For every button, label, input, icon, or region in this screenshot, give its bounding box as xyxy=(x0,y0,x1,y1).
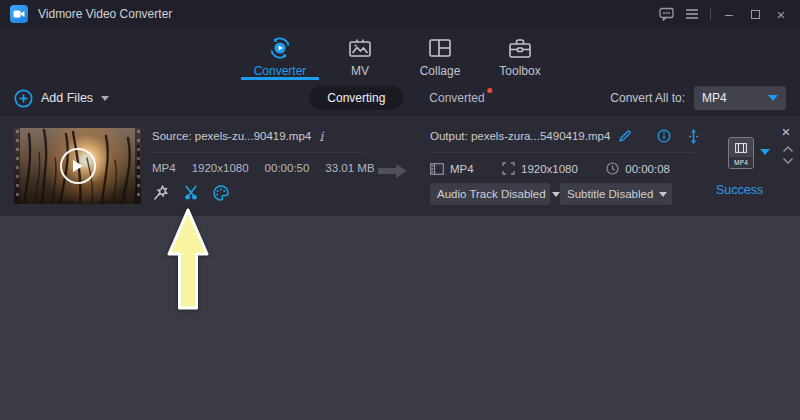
close-icon: × xyxy=(777,6,786,23)
move-down-icon[interactable] xyxy=(782,157,794,165)
chip-film-icon xyxy=(729,138,753,157)
subtitle-dropdown[interactable]: Subtitle Disabled xyxy=(560,183,672,205)
output-filename: Output: pexels-zura...5490419.mp4 xyxy=(430,130,610,142)
output-divider xyxy=(430,152,695,153)
source-meta: MP4 1920x1080 00:00:50 33.01 MB xyxy=(152,162,364,174)
maximize-button[interactable] xyxy=(742,0,768,28)
app-title: Vidmore Video Converter xyxy=(38,7,172,21)
tab-toolbox[interactable]: Toolbox xyxy=(480,28,560,80)
maximize-icon xyxy=(751,10,760,19)
output-format: MP4 xyxy=(450,163,474,175)
move-up-icon[interactable] xyxy=(782,145,794,153)
audio-track-dropdown[interactable]: Audio Track Disabled xyxy=(430,183,550,205)
play-button[interactable] xyxy=(60,148,96,184)
file-list-background xyxy=(0,216,800,420)
minimize-icon: – xyxy=(725,9,733,19)
convert-all-group: Convert All to: MP4 xyxy=(610,86,786,110)
source-filename: Source: pexels-zu...90419.mp4 xyxy=(152,130,311,142)
source-resolution: 1920x1080 xyxy=(192,162,249,174)
film-strip-edge xyxy=(135,128,141,204)
app-logo-icon xyxy=(10,5,28,23)
title-bar: Vidmore Video Converter – × xyxy=(0,0,800,28)
source-format: MP4 xyxy=(152,162,176,174)
convert-all-value: MP4 xyxy=(702,91,768,105)
transfer-arrow-icon xyxy=(378,163,408,183)
play-icon xyxy=(71,159,84,173)
annotation-up-arrow xyxy=(160,204,218,314)
tab-converter[interactable]: Converter xyxy=(240,28,320,80)
convert-all-caret-icon xyxy=(768,95,778,101)
duration-clock-icon xyxy=(606,162,619,175)
convert-all-select[interactable]: MP4 xyxy=(694,86,786,110)
format-chip-caret-icon[interactable] xyxy=(760,149,770,155)
collage-icon xyxy=(428,36,452,60)
subtitle-value: Subtitle Disabled xyxy=(567,188,653,200)
tab-collage-label: Collage xyxy=(420,64,461,78)
source-divider xyxy=(152,152,364,153)
menu-icon[interactable] xyxy=(679,0,705,28)
toolbar: Add Files Converting Converted Convert A… xyxy=(0,80,800,116)
remove-file-button[interactable]: × xyxy=(777,122,795,140)
tab-converted[interactable]: Converted xyxy=(429,91,490,105)
close-button[interactable]: × xyxy=(768,0,794,28)
rename-pencil-icon[interactable] xyxy=(618,129,632,143)
resolution-icon xyxy=(502,162,515,175)
output-format-chip[interactable]: MP4 xyxy=(728,137,754,169)
source-size: 33.01 MB xyxy=(325,162,374,174)
track-dropdowns: Audio Track Disabled Subtitle Disabled xyxy=(430,183,680,205)
add-files-label: Add Files xyxy=(41,91,93,105)
palette-icon[interactable] xyxy=(212,184,230,202)
output-section: Output: pexels-zura...5490419.mp4 MP4 xyxy=(430,128,680,205)
minimize-button[interactable]: – xyxy=(716,0,742,28)
subtitle-caret-icon xyxy=(659,192,667,197)
output-meta: MP4 1920x1080 00:00:08 xyxy=(430,162,670,175)
tab-toolbox-label: Toolbox xyxy=(499,64,540,78)
output-resolution: 1920x1080 xyxy=(521,163,578,175)
add-files-caret-icon[interactable] xyxy=(101,96,109,101)
file-row: Source: pexels-zu...90419.mp4 i MP4 1920… xyxy=(0,116,800,216)
convert-all-label: Convert All to: xyxy=(610,91,685,105)
feedback-icon[interactable] xyxy=(653,0,679,28)
audio-caret-icon xyxy=(552,192,560,197)
source-info-icon[interactable]: i xyxy=(319,129,323,144)
converter-icon xyxy=(268,36,292,60)
chip-format-label: MP4 xyxy=(729,157,753,168)
add-files-icon xyxy=(14,89,33,108)
source-section: Source: pexels-zu...90419.mp4 i MP4 1920… xyxy=(152,128,364,202)
cut-scissors-icon[interactable] xyxy=(182,184,200,202)
source-duration: 00:00:50 xyxy=(265,162,310,174)
tab-collage[interactable]: Collage xyxy=(400,28,480,80)
tab-converting[interactable]: Converting xyxy=(309,86,403,110)
titlebar-divider xyxy=(710,8,711,20)
compress-icon[interactable] xyxy=(687,129,700,144)
tab-mv[interactable]: MV xyxy=(320,28,400,80)
film-strip-edge xyxy=(14,128,20,204)
video-thumbnail[interactable] xyxy=(14,128,141,204)
queue-tabs: Converting Converted xyxy=(309,86,490,110)
format-film-icon xyxy=(430,163,444,175)
edit-tools xyxy=(152,184,364,202)
add-files-button[interactable]: Add Files xyxy=(14,89,109,108)
tab-mv-label: MV xyxy=(351,64,369,78)
main-nav: Converter MV Collage Toolbox xyxy=(0,28,800,80)
mv-icon xyxy=(348,36,372,60)
output-info-icon[interactable] xyxy=(657,129,671,143)
tab-converter-label: Converter xyxy=(254,64,307,78)
effect-wand-icon[interactable] xyxy=(152,184,170,202)
status-badge: Success xyxy=(716,183,763,197)
audio-track-value: Audio Track Disabled xyxy=(437,188,546,200)
output-duration: 00:00:08 xyxy=(625,163,670,175)
toolbox-icon xyxy=(508,36,532,60)
